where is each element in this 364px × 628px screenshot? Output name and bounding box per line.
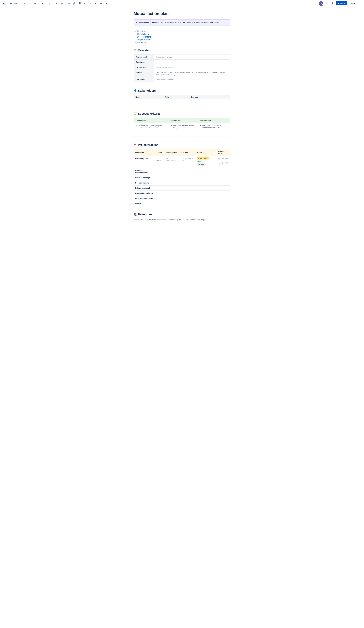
share-button[interactable]: ⬆: [330, 1, 335, 6]
outcomes-cell-empty[interactable]: [169, 131, 198, 137]
emoji-button[interactable]: ☺: [88, 1, 93, 6]
challenges-cell-empty[interactable]: [134, 131, 169, 137]
participants-contract-negotiation[interactable]: [165, 191, 179, 196]
action-items-discovery-call[interactable]: Type your ... Type your ...: [216, 156, 230, 168]
mention-button[interactable]: @: [83, 1, 87, 6]
owner-product-demo[interactable]: [155, 168, 165, 175]
participants-finalize-agreements[interactable]: [165, 196, 179, 201]
link-button[interactable]: 🔗: [72, 1, 76, 6]
challenges-cell[interactable]: Describe the challenges your customer is…: [134, 123, 169, 131]
milestone-proof-of-concept[interactable]: Proof of concept: [134, 175, 155, 180]
owner-finalize-agreements[interactable]: [155, 196, 165, 201]
add-collaborator-button[interactable]: +: [324, 1, 329, 6]
action-item-checkbox-1[interactable]: [218, 158, 220, 160]
milestone-go-live[interactable]: Go live: [134, 201, 155, 206]
status-discovery-call[interactable]: IN PROGRESS / DONE / OTHER: [195, 156, 216, 168]
milestone-contract-negotiation[interactable]: Contract negotiation: [134, 191, 155, 196]
toc-link-project-tracker[interactable]: Project tracker: [137, 39, 150, 41]
participants-pricing-proposal[interactable]: [165, 185, 179, 191]
status-product-demo[interactable]: [195, 168, 216, 175]
status-proof-of-concept[interactable]: [195, 175, 216, 180]
more-format-button[interactable]: •••: [33, 1, 38, 6]
due-date-finalize-agreements[interactable]: [179, 196, 195, 201]
milestone-finalize-agreements[interactable]: Finalize agreements: [134, 196, 155, 201]
status-contract-negotiation[interactable]: [195, 191, 216, 196]
status-go-live[interactable]: [195, 201, 216, 206]
action-item-checkbox-2[interactable]: [218, 163, 220, 165]
numbered-list-button[interactable]: ≔: [60, 1, 64, 6]
status-pricing-proposal[interactable]: [195, 185, 216, 191]
due-date-proof-of-concept[interactable]: [179, 175, 195, 180]
participants-security-review[interactable]: [165, 180, 179, 185]
action-items-finalize-agreements[interactable]: [216, 196, 230, 201]
stakeholder-role-2[interactable]: [163, 102, 189, 105]
user-avatar[interactable]: CK: [319, 1, 323, 6]
action-items-security-review[interactable]: [216, 180, 230, 185]
other-badge[interactable]: OTHER: [198, 163, 205, 166]
task-button[interactable]: ☑: [66, 1, 71, 6]
more-insert-button[interactable]: ＋: [104, 1, 109, 6]
stakeholder-name-2[interactable]: [134, 102, 163, 105]
due-date-go-live[interactable]: [179, 201, 195, 206]
action-items-contract-negotiation[interactable]: [216, 191, 230, 196]
stakeholder-role-1[interactable]: [163, 99, 189, 102]
toc-link-resources[interactable]: Resources: [137, 41, 147, 44]
toc-link-overview[interactable]: Overview: [137, 30, 145, 32]
action-items-go-live[interactable]: [216, 201, 230, 206]
overview-value-go-live-date[interactable]: Type // to add a date: [154, 65, 230, 70]
overview-value-project-lead[interactable]: @ mention the lead: [154, 55, 230, 60]
app-logo[interactable]: [2, 1, 6, 5]
toc-link-success-criteria[interactable]: Success criteria: [137, 36, 151, 38]
more-options-button[interactable]: •••: [358, 1, 362, 6]
overview-value-customer[interactable]: [154, 60, 230, 65]
due-date-contract-negotiation[interactable]: [179, 191, 195, 196]
action-items-pricing-proposal[interactable]: [216, 185, 230, 191]
table-button[interactable]: ⊞: [93, 1, 98, 6]
close-button[interactable]: Close: [348, 1, 357, 5]
owner-proof-of-concept[interactable]: [155, 175, 165, 180]
outcomes-cell[interactable]: Describe the ideal results for your cust…: [169, 123, 198, 131]
owner-pricing-proposal[interactable]: [155, 185, 165, 191]
milestone-product-demo[interactable]: Product demonstration: [134, 168, 155, 175]
owner-go-live[interactable]: [155, 201, 165, 206]
heading-selector[interactable]: Heading 2 ▾: [7, 1, 20, 5]
publish-button[interactable]: Publish: [336, 1, 347, 5]
milestone-pricing-proposal[interactable]: Pricing proposal: [134, 185, 155, 191]
bullet-list-button[interactable]: ☰: [54, 1, 59, 6]
owner-security-review[interactable]: [155, 180, 165, 185]
done-badge[interactable]: DONE: [197, 160, 203, 163]
overview-value-call-notes[interactable]: Type /link to add notes: [154, 77, 230, 82]
status-finalize-agreements[interactable]: [195, 196, 216, 201]
due-date-product-demo[interactable]: [179, 168, 195, 175]
due-date-security-review[interactable]: [179, 180, 195, 185]
layout-button[interactable]: ⊟: [99, 1, 103, 6]
action-items-proof-of-concept[interactable]: [216, 175, 230, 180]
text-color-button[interactable]: A: [47, 1, 52, 6]
table-row: Go live: [134, 201, 230, 206]
due-date-discovery-call[interactable]: Type // to add a date: [179, 156, 195, 168]
owner-contract-negotiation[interactable]: [155, 191, 165, 196]
italic-button[interactable]: I: [28, 1, 32, 6]
due-date-pricing-proposal[interactable]: [179, 185, 195, 191]
overview-value-status[interactable]: Describe the current status of your proj…: [154, 70, 230, 77]
image-button[interactable]: 🖼: [77, 1, 82, 6]
requirements-cell[interactable]: Describe what's needed to achieve those …: [198, 123, 230, 131]
owner-discovery-call[interactable]: @ owner: [155, 156, 165, 168]
toc-link-stakeholders[interactable]: Stakeholders: [137, 33, 149, 35]
bold-button[interactable]: B: [22, 1, 27, 6]
toc-list: Overview Stakeholders Success criteria P…: [134, 30, 230, 44]
participants-go-live[interactable]: [165, 201, 179, 206]
align-button[interactable]: ≡: [40, 1, 45, 6]
stakeholder-company-2[interactable]: [189, 102, 230, 105]
participants-proof-of-concept[interactable]: [165, 175, 179, 180]
participants-product-demo[interactable]: [165, 168, 179, 175]
in-progress-badge[interactable]: IN PROGRESS: [197, 157, 209, 160]
requirements-cell-empty[interactable]: [198, 131, 230, 137]
stakeholder-name-1[interactable]: [134, 99, 163, 102]
stakeholder-company-1[interactable]: [189, 99, 230, 102]
milestone-security-review[interactable]: Security review: [134, 180, 155, 185]
status-security-review[interactable]: [195, 180, 216, 185]
participants-discovery-call[interactable]: @ participants: [165, 156, 179, 168]
milestone-discovery-call[interactable]: Discovery call: [134, 156, 155, 168]
action-items-product-demo[interactable]: [216, 168, 230, 175]
